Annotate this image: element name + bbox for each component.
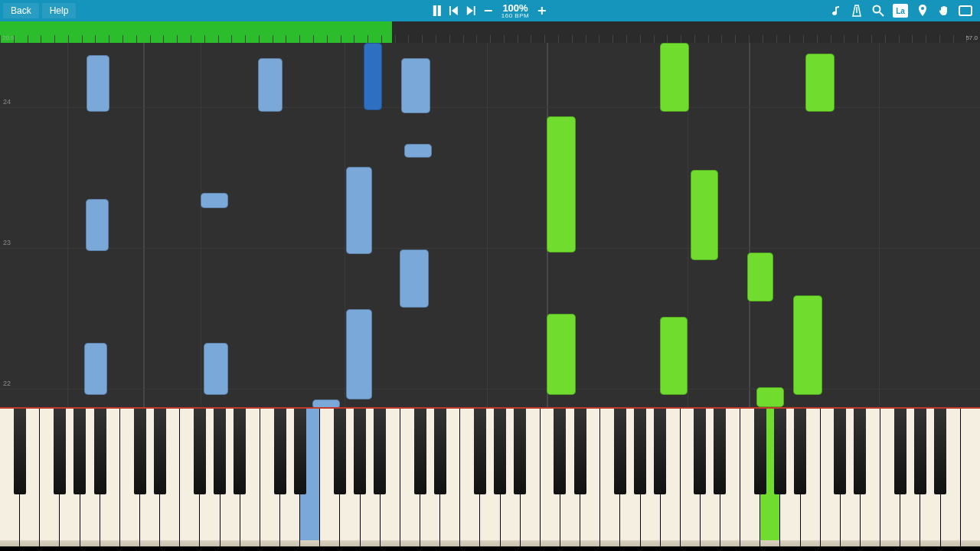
falling-note (201, 193, 228, 208)
black-key[interactable] (894, 409, 906, 494)
svg-line-8 (880, 12, 884, 16)
speed-display: 100% 160 BPM (501, 3, 529, 19)
playback-controls: 100% 160 BPM (433, 3, 547, 19)
label-mode-badge[interactable]: La (893, 4, 908, 18)
black-key[interactable] (274, 409, 286, 494)
black-key[interactable] (154, 409, 166, 494)
piano-keyboard[interactable] (0, 407, 980, 551)
falling-note (747, 253, 773, 302)
black-key[interactable] (774, 409, 786, 494)
falling-note (547, 116, 576, 253)
falling-note (400, 249, 429, 308)
timeline-end-label: 57.0 (965, 34, 978, 41)
help-button[interactable]: Help (42, 3, 77, 18)
black-key[interactable] (434, 409, 446, 494)
black-key[interactable] (854, 409, 866, 494)
black-key[interactable] (614, 409, 626, 494)
black-key[interactable] (794, 409, 806, 494)
falling-note (660, 317, 688, 395)
hand-icon[interactable] (937, 4, 951, 18)
falling-note (346, 167, 372, 254)
hit-line (0, 407, 980, 409)
black-key[interactable] (294, 409, 306, 494)
speed-down-icon[interactable] (483, 5, 494, 16)
falling-note (547, 314, 576, 395)
black-key[interactable] (194, 409, 206, 494)
black-key[interactable] (414, 409, 426, 494)
svg-rect-1 (438, 5, 441, 16)
black-key[interactable] (634, 409, 646, 494)
falling-note (660, 43, 689, 112)
black-key[interactable] (494, 409, 506, 494)
black-key[interactable] (474, 409, 486, 494)
black-key[interactable] (694, 409, 706, 494)
black-key[interactable] (654, 409, 666, 494)
measure-label: 23 (3, 239, 11, 246)
black-key[interactable] (834, 409, 846, 494)
black-key[interactable] (914, 409, 926, 494)
svg-point-9 (921, 7, 924, 10)
metronome-icon[interactable] (850, 4, 864, 18)
falling-note (87, 55, 109, 112)
svg-rect-0 (433, 5, 436, 16)
falling-note (364, 43, 382, 110)
pause-icon[interactable] (433, 5, 442, 16)
prev-icon[interactable] (449, 6, 459, 15)
speed-bpm: 160 BPM (501, 13, 529, 19)
measure-label: 22 (3, 380, 11, 387)
black-keys (0, 409, 980, 494)
back-button[interactable]: Back (3, 3, 39, 18)
black-key[interactable] (374, 409, 386, 494)
svg-rect-2 (449, 6, 451, 15)
note-roll: 242322 (0, 43, 980, 407)
falling-note (805, 54, 835, 112)
svg-rect-3 (474, 6, 475, 15)
falling-note (204, 343, 228, 395)
svg-rect-4 (485, 10, 492, 11)
timeline-strip[interactable]: 20.9 57.0 (0, 21, 980, 43)
falling-note (312, 399, 340, 407)
search-icon[interactable] (871, 4, 885, 18)
black-key[interactable] (214, 409, 226, 494)
black-key[interactable] (714, 409, 726, 494)
black-key[interactable] (94, 409, 106, 494)
top-toolbar: Back Help 100% 160 BPM La (0, 0, 980, 21)
falling-note (401, 58, 430, 113)
next-icon[interactable] (466, 6, 475, 15)
black-key[interactable] (134, 409, 146, 494)
right-tool-icons: La (828, 4, 980, 18)
black-key[interactable] (754, 409, 766, 494)
falling-note (793, 295, 822, 395)
black-key[interactable] (554, 409, 566, 494)
black-key[interactable] (74, 409, 86, 494)
black-key[interactable] (14, 409, 26, 494)
measure-label: 24 (3, 98, 11, 106)
svg-rect-10 (959, 6, 972, 15)
svg-rect-6 (541, 7, 543, 15)
black-key[interactable] (234, 409, 246, 494)
timeline-start-label: 20.9 (2, 34, 15, 41)
falling-note (346, 309, 372, 399)
falling-note (258, 58, 283, 112)
black-key[interactable] (514, 409, 526, 494)
speed-up-icon[interactable] (537, 5, 547, 16)
falling-note (756, 387, 784, 407)
falling-note (86, 199, 109, 251)
svg-point-7 (874, 6, 880, 13)
falling-note (404, 144, 432, 158)
black-key[interactable] (574, 409, 586, 494)
timeline-ticks (0, 35, 980, 43)
black-key[interactable] (934, 409, 946, 494)
black-key[interactable] (334, 409, 346, 494)
black-key[interactable] (354, 409, 366, 494)
fullscreen-icon[interactable] (959, 4, 972, 18)
note-icon[interactable] (828, 4, 842, 18)
pin-icon[interactable] (916, 4, 929, 18)
falling-note (84, 343, 107, 395)
falling-note (691, 170, 718, 260)
black-key[interactable] (54, 409, 66, 494)
